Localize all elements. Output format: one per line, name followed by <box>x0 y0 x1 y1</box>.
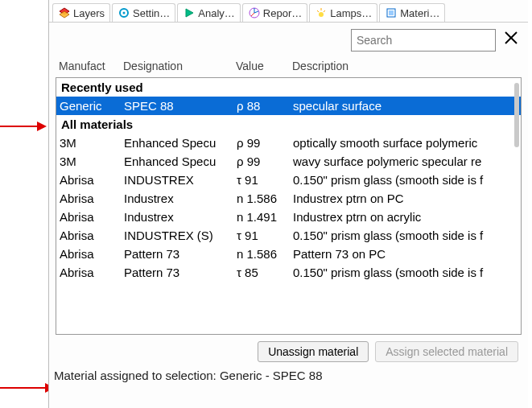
gear-icon <box>118 6 130 19</box>
assign-button: Assign selected material <box>375 341 518 362</box>
cell-description: Pattern 73 on PC <box>293 247 518 261</box>
cell-value: n 1.586 <box>237 247 293 261</box>
cell-description: 0.150" prism glass (smooth side is f <box>293 229 518 242</box>
materials-panel: Layers Settin… Analy… Repor… Lamps… <box>48 0 528 408</box>
tab-bar: Layers Settin… Analy… Repor… Lamps… <box>49 0 528 23</box>
tab-label: Settin… <box>133 7 170 19</box>
table-row[interactable]: AbrisaINDUSTREX (S)τ 910.150" prism glas… <box>56 226 521 245</box>
col-designation[interactable]: Designation <box>123 60 236 72</box>
cell-description: 0.150" prism glass (smooth side is f <box>293 173 518 187</box>
cell-description: Industrex ptrn on PC <box>293 192 518 205</box>
tab-materials[interactable]: Materi… <box>379 3 445 22</box>
svg-rect-15 <box>389 10 394 15</box>
status-label: Material assigned to selection: <box>54 369 220 382</box>
section-recently-used: Recently used <box>56 78 521 97</box>
cell-value: τ 85 <box>237 266 293 279</box>
cell-designation: Pattern 73 <box>124 247 237 261</box>
cell-value: n 1.586 <box>237 192 293 205</box>
clear-search-button[interactable] <box>501 30 522 51</box>
svg-line-12 <box>317 10 319 12</box>
tab-layers[interactable]: Layers <box>52 3 110 22</box>
cell-manufacturer: Abrisa <box>60 266 124 279</box>
cell-description: optically smooth surface polymeric <box>293 136 518 150</box>
svg-line-13 <box>324 10 325 12</box>
cell-value: ρ 99 <box>237 155 293 168</box>
table-row[interactable]: AbrisaIndustrexn 1.491Industrex ptrn on … <box>56 208 521 226</box>
tab-label: Materi… <box>400 7 439 19</box>
unassign-button[interactable]: Unassign material <box>258 341 369 362</box>
tab-label: Layers <box>73 7 105 19</box>
table-row[interactable]: AbrisaIndustrexn 1.586Industrex ptrn on … <box>56 189 521 208</box>
cell-manufacturer: Abrisa <box>60 173 124 187</box>
cell-designation: Enhanced Specu <box>124 136 237 150</box>
cell-manufacturer: 3M <box>60 136 124 150</box>
table-row[interactable]: GenericSPEC 88ρ 88specular surface <box>56 97 521 115</box>
cell-description: specular surface <box>293 99 518 113</box>
svg-marker-8 <box>186 9 193 17</box>
svg-marker-1 <box>37 122 47 131</box>
layers-icon <box>58 6 71 19</box>
col-description[interactable]: Description <box>292 60 528 72</box>
cell-value: n 1.491 <box>237 210 293 224</box>
cell-manufacturer: 3M <box>60 155 124 168</box>
scrollbar[interactable] <box>514 83 519 147</box>
tab-lamps[interactable]: Lamps… <box>309 3 377 22</box>
tab-settings[interactable]: Settin… <box>112 3 175 22</box>
cell-description: Industrex ptrn on acrylic <box>293 210 518 224</box>
tab-reports[interactable]: Repor… <box>242 3 307 22</box>
cell-value: ρ 88 <box>237 99 293 113</box>
column-headers: Manufact Designation Value Description <box>49 55 528 77</box>
play-icon <box>183 6 196 19</box>
table-row[interactable]: AbrisaPattern 73n 1.586Pattern 73 on PC <box>56 245 521 263</box>
close-icon <box>503 30 519 51</box>
status-bar: Material assigned to selection: Generic … <box>49 365 528 385</box>
section-all-materials: All materials <box>56 115 521 134</box>
svg-point-7 <box>123 12 126 14</box>
tab-analysis[interactable]: Analy… <box>177 3 241 22</box>
cell-description: 0.150" prism glass (smooth side is f <box>293 266 518 279</box>
cell-value: τ 91 <box>237 173 293 187</box>
cell-designation: INDUSTREX <box>124 173 237 187</box>
tab-label: Repor… <box>263 7 302 19</box>
cell-manufacturer: Abrisa <box>60 247 124 261</box>
search-row <box>49 23 528 55</box>
status-value: Generic - SPEC 88 <box>220 369 323 382</box>
tab-label: Analy… <box>198 7 235 19</box>
lamp-icon <box>315 6 328 19</box>
cell-manufacturer: Generic <box>60 99 124 113</box>
report-icon <box>248 6 261 19</box>
cell-manufacturer: Abrisa <box>60 192 124 205</box>
svg-point-10 <box>319 12 324 17</box>
cell-value: ρ 99 <box>237 136 293 150</box>
cell-designation: INDUSTREX (S) <box>124 229 237 242</box>
col-manufacturer[interactable]: Manufact <box>59 60 123 72</box>
cell-designation: Industrex <box>124 210 237 224</box>
cell-designation: SPEC 88 <box>124 99 237 113</box>
tab-label: Lamps… <box>330 7 372 19</box>
table-row[interactable]: 3MEnhanced Specuρ 99optically smooth sur… <box>56 134 521 152</box>
materials-table: Recently used GenericSPEC 88ρ 88specular… <box>56 77 522 335</box>
table-row[interactable]: AbrisaINDUSTREXτ 910.150" prism glass (s… <box>56 171 521 189</box>
material-icon <box>385 6 398 19</box>
cell-designation: Industrex <box>124 192 237 205</box>
cell-manufacturer: Abrisa <box>60 210 124 224</box>
button-row: Unassign material Assign selected materi… <box>49 335 528 365</box>
cell-value: τ 91 <box>237 229 293 242</box>
cell-manufacturer: Abrisa <box>60 229 124 242</box>
cell-designation: Enhanced Specu <box>124 155 237 168</box>
annotation-arrow-selected-row <box>0 118 48 134</box>
search-input[interactable] <box>351 29 496 52</box>
cell-description: wavy surface polymeric specular re <box>293 155 518 168</box>
table-row[interactable]: 3MEnhanced Specuρ 99wavy surface polymer… <box>56 152 521 171</box>
table-row[interactable]: AbrisaPattern 73τ 850.150" prism glass (… <box>56 263 521 282</box>
col-value[interactable]: Value <box>236 60 292 72</box>
cell-designation: Pattern 73 <box>124 266 237 279</box>
